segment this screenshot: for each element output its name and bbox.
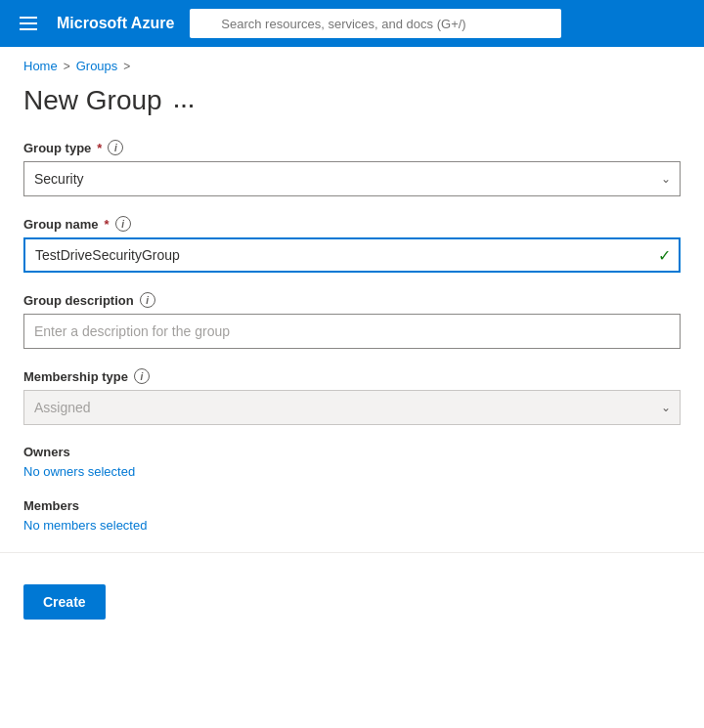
topbar: Microsoft Azure 🔍 (0, 0, 704, 47)
members-link[interactable]: No members selected (23, 518, 147, 533)
breadcrumb-sep-2: > (123, 60, 130, 73)
group-description-info-icon[interactable]: i (140, 292, 155, 308)
required-star-name: * (105, 217, 110, 232)
membership-type-info-icon[interactable]: i (134, 368, 150, 384)
group-name-info-icon[interactable]: i (115, 216, 131, 232)
membership-type-select (23, 390, 681, 425)
footer-area: Create (0, 569, 704, 635)
app-title: Microsoft Azure (57, 15, 174, 32)
search-input[interactable] (190, 9, 561, 38)
footer-divider (0, 552, 704, 553)
owners-section: Owners No owners selected (23, 445, 681, 479)
form-area: Group type * i Security ⌄ Group name * i… (0, 140, 704, 533)
group-name-field: Group name * i ✓ (23, 216, 681, 273)
membership-type-label: Membership type i (23, 368, 681, 384)
breadcrumb: Home > Groups > (0, 47, 704, 77)
group-description-input-wrapper (23, 314, 681, 349)
membership-type-field: Membership type i ⌄ (23, 368, 681, 425)
membership-type-select-wrapper: ⌄ (23, 390, 681, 425)
group-description-input[interactable] (23, 314, 681, 349)
group-type-info-icon[interactable]: i (108, 140, 123, 155)
group-name-label: Group name * i (23, 216, 681, 232)
group-type-field: Group type * i Security ⌄ (23, 140, 681, 196)
group-name-checkmark-icon: ✓ (658, 246, 671, 265)
breadcrumb-home[interactable]: Home (23, 59, 58, 73)
owners-heading: Owners (23, 445, 681, 459)
page-title: New Group (23, 85, 162, 116)
group-description-field: Group description i (23, 292, 681, 349)
more-options-button[interactable]: ... (174, 90, 197, 112)
search-wrapper: 🔍 (190, 9, 581, 38)
members-section: Members No members selected (23, 498, 681, 533)
members-heading: Members (23, 498, 681, 513)
breadcrumb-groups[interactable]: Groups (76, 59, 118, 73)
create-button[interactable]: Create (23, 584, 106, 620)
group-description-label: Group description i (23, 292, 681, 308)
group-name-input-wrapper: ✓ (23, 237, 681, 273)
required-star-type: * (97, 141, 102, 155)
group-name-input[interactable] (23, 237, 681, 273)
group-type-select-wrapper: Security ⌄ (23, 161, 681, 196)
breadcrumb-sep-1: > (64, 60, 70, 73)
hamburger-menu[interactable] (16, 13, 41, 34)
group-type-select[interactable]: Security (23, 161, 681, 196)
group-type-label: Group type * i (23, 140, 681, 155)
page-header: New Group ... (0, 77, 704, 140)
owners-link[interactable]: No owners selected (23, 464, 135, 479)
